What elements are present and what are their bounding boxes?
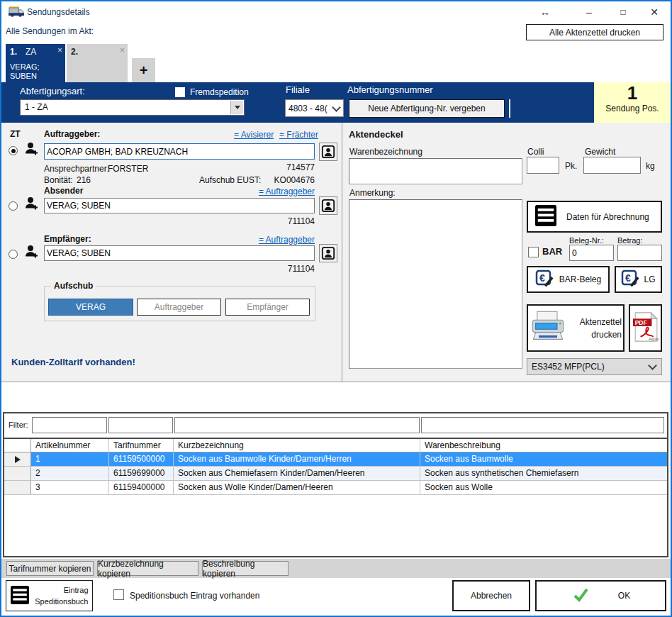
ok-button[interactable]: OK: [535, 580, 666, 611]
abfertigungsart-select[interactable]: 1 - ZA: [20, 99, 245, 116]
bar-beleg-label: BAR-Beleg: [559, 274, 601, 284]
cell-kurzbezeichnung[interactable]: Socken aus Wolle Kinder/Damen/Heeren: [174, 481, 420, 494]
cell-warenbeschreibung[interactable]: Socken aus Wolle: [420, 481, 667, 494]
table-row[interactable]: 1 61159500000 Socken aus Baumwolle Kinde…: [4, 452, 667, 467]
beleg-nr-input[interactable]: [569, 245, 614, 261]
filiale-select[interactable]: 4803 - 48(: [285, 99, 344, 117]
cell-artikelnummer[interactable]: 2: [31, 467, 109, 480]
row-selector-cell[interactable]: [4, 467, 31, 480]
cell-tarifnummer[interactable]: 61159400000: [109, 481, 174, 494]
aufschub-empfaenger-button[interactable]: Empfänger: [225, 299, 310, 316]
fremdspedition-label: Fremdspedition: [190, 87, 249, 97]
absender-radio[interactable]: [9, 201, 18, 211]
auftraggeber-kundennr: 714577: [244, 162, 315, 172]
gewicht-input[interactable]: [583, 157, 641, 174]
filter-warenbeschreibung-input[interactable]: [421, 417, 664, 433]
lg-button[interactable]: € LG: [615, 266, 662, 293]
resize-icon[interactable]: ↔: [536, 4, 554, 20]
beleg-nr-label: Beleg-Nr.:: [569, 236, 604, 245]
absender-contact-button[interactable]: [319, 196, 337, 215]
pdf-icon: PDF Adobe: [633, 311, 659, 345]
absender-input[interactable]: [44, 198, 315, 213]
copy-kurzbezeichnung-button[interactable]: Kurzbezeichnung kopieren: [97, 561, 198, 576]
chevron-down-icon: [648, 361, 657, 370]
aufschub-verag-button[interactable]: VERAG: [48, 299, 133, 316]
anmerkung-textarea[interactable]: [349, 199, 522, 369]
ok-label: OK: [618, 591, 630, 601]
panel-divider: [342, 123, 342, 382]
cell-kurzbezeichnung[interactable]: Socken aus Baumwolle Kinder/Damen/Herren: [174, 452, 420, 466]
euro-receipt-icon: €: [621, 269, 639, 290]
auftraggeber-input[interactable]: [44, 143, 315, 160]
cell-warenbeschreibung[interactable]: Socken aus synthetischen Chemiefasern: [420, 467, 667, 480]
print-all-aktenzettel-button[interactable]: Alle Aktenzettel drucken: [526, 24, 663, 40]
betrag-input[interactable]: [617, 245, 662, 261]
aktenzettel-drucken-button[interactable]: Aktenzettel drucken: [527, 304, 625, 352]
table-row[interactable]: 2 61159699000 Socken aus Chemiefasern Ki…: [4, 467, 667, 481]
bar-beleg-button[interactable]: € BAR-Beleg: [527, 266, 610, 293]
add-person-icon[interactable]: [24, 141, 40, 159]
cell-tarifnummer[interactable]: 61159500000: [109, 452, 174, 466]
empfaenger-label: Empfänger:: [44, 234, 91, 244]
copy-beschreibung-button[interactable]: Beschreibung kopieren: [202, 561, 289, 576]
absender-auftraggeber-link[interactable]: = Auftraggeber: [244, 187, 315, 196]
column-header[interactable]: Warenbeschreibung: [420, 439, 667, 452]
column-header[interactable]: Tarifnummer: [109, 439, 174, 452]
eintrag-speditionsbuch-button[interactable]: Eintrag Speditionsbuch: [6, 580, 93, 611]
auftraggeber-radio[interactable]: [9, 146, 18, 155]
cell-kurzbezeichnung[interactable]: Socken aus Chemiefasern Kinder/Damen/Hee…: [174, 467, 420, 480]
cancel-button[interactable]: Abbrechen: [452, 580, 530, 611]
avisierer-link[interactable]: = Avisierer: [234, 130, 274, 140]
printer-select[interactable]: ES3452 MFP(PCL): [527, 358, 662, 375]
tab-close-icon[interactable]: ×: [120, 45, 125, 55]
add-shipment-tab-button[interactable]: +: [132, 58, 155, 82]
tab-close-icon[interactable]: ×: [57, 45, 62, 55]
auftraggeber-contact-button[interactable]: [319, 143, 337, 161]
cell-artikelnummer[interactable]: 1: [31, 452, 109, 466]
speditionsbuch-checkbox[interactable]: [113, 589, 124, 600]
euro-receipt-icon: €: [535, 269, 554, 290]
truck-app-icon: [9, 6, 24, 20]
filter-artikelnummer-input[interactable]: [32, 417, 107, 433]
close-button[interactable]: ✕: [645, 4, 663, 20]
empfaenger-contact-button[interactable]: [319, 244, 337, 262]
sendung-pos-label: Sendung Pos.: [594, 104, 671, 113]
row-selector-cell[interactable]: [4, 452, 31, 466]
fraechter-link[interactable]: = Frächter: [279, 130, 318, 140]
tab-shipment-2[interactable]: 2. ×: [67, 44, 128, 82]
dropdown-arrow-icon[interactable]: [230, 101, 243, 114]
chevron-down-icon: [332, 103, 341, 112]
row-selector-cell[interactable]: [4, 481, 31, 494]
neue-abfertigungsnr-button[interactable]: Neue Abfertigung-Nr. vergeben: [349, 99, 505, 118]
maximize-button[interactable]: □: [614, 4, 632, 20]
aufschub-auftraggeber-button[interactable]: Auftraggeber: [137, 299, 221, 316]
cell-warenbeschreibung[interactable]: Socken aus Baumwolle: [420, 452, 667, 466]
cell-tarifnummer[interactable]: 61159699000: [109, 467, 174, 480]
column-header[interactable]: Artikelnummer: [31, 439, 109, 452]
empfaenger-radio[interactable]: [9, 250, 18, 259]
bar-checkbox[interactable]: [528, 247, 539, 257]
warenbezeichnung-textarea[interactable]: [349, 158, 522, 184]
filter-kurzbezeichnung-input[interactable]: [174, 417, 420, 433]
filter-tarifnummer-input[interactable]: [108, 417, 173, 433]
table-row[interactable]: 3 61159400000 Socken aus Wolle Kinder/Da…: [4, 481, 667, 495]
add-person-icon[interactable]: [24, 196, 40, 213]
minimize-button[interactable]: –: [580, 4, 598, 20]
column-header[interactable]: Kurzbezeichnung: [174, 439, 420, 452]
colli-input[interactable]: [527, 157, 559, 174]
cell-artikelnummer[interactable]: 3: [31, 481, 109, 494]
empfaenger-input[interactable]: [44, 245, 315, 261]
daten-fuer-abrechnung-button[interactable]: Daten für Abrechnung: [527, 201, 662, 233]
svg-text:Adobe: Adobe: [649, 337, 659, 341]
add-person-icon[interactable]: [24, 244, 40, 262]
abfertigungsart-value: 1 - ZA: [25, 102, 48, 112]
fremdspedition-checkbox[interactable]: [175, 87, 185, 97]
list-icon: [535, 205, 556, 228]
warenbezeichnung-label: Warenbezeichnung: [349, 147, 422, 157]
empfaenger-auftraggeber-link[interactable]: = Auftraggeber: [244, 235, 315, 245]
copy-tarifnummer-button[interactable]: Tarifnummer kopieren: [6, 561, 94, 576]
pdf-export-button[interactable]: PDF Adobe: [629, 304, 662, 352]
bar-label: BAR: [542, 246, 562, 257]
tab-shipment-1[interactable]: 1. ZA × VERAG; SUBEN: [6, 44, 65, 82]
filiale-label: Filiale: [286, 84, 310, 95]
